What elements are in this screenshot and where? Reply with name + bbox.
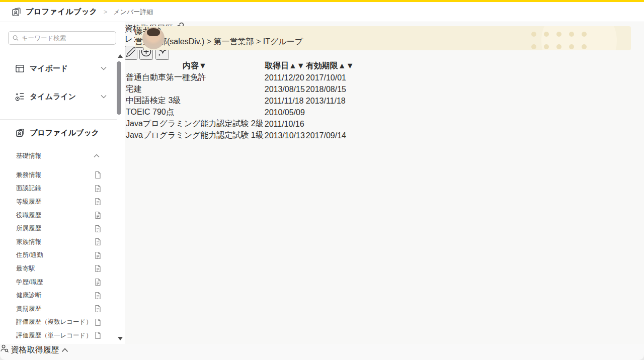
document-lines-icon [94, 278, 102, 286]
sidebar-subitem[interactable]: 賞罰履歴 [0, 302, 117, 316]
sidebar-item-label: マイボード [30, 64, 68, 73]
table-header-row: 内容▼取得日▲▼有効期限▲▼ [126, 61, 354, 71]
sidebar-group-label: 基礎情報 [16, 152, 94, 160]
sidebar-subitem-label: 兼務情報 [16, 171, 94, 179]
table-cell: 中国語検定 3級 [126, 96, 264, 106]
scrollbar-down-arrow[interactable] [118, 337, 123, 340]
document-lines-icon [94, 211, 102, 219]
scrollbar-thumb[interactable] [117, 61, 121, 115]
table-cell: TOEIC 790点 [126, 107, 264, 118]
document-lines-icon [94, 185, 102, 193]
sidebar-subitem[interactable]: 兼務情報 [0, 168, 117, 182]
table-cell: 普通自動車第一種免許 [126, 72, 264, 83]
bottom-bar: 資格取得履歴 [0, 344, 644, 355]
sidebar-divider [0, 119, 117, 120]
sidebar-subitem[interactable]: 家族情報 [0, 235, 117, 249]
table-cell [306, 119, 354, 129]
sidebar-subitem-label: 等級履歴 [16, 198, 94, 206]
sidebar-subitem[interactable]: 住所/通勤 [0, 249, 117, 262]
avatar [142, 27, 165, 49]
sidebar-section-title: プロファイルブック [30, 128, 99, 138]
app-header: プロファイルブック > メンバー詳細 [0, 2, 644, 22]
table-cell: 2011/12/20 [265, 72, 305, 83]
table-cell: 2013/11/18 [306, 96, 354, 106]
table-cell: 2011/10/16 [265, 119, 305, 129]
star-badge-icon: ☆ [142, 49, 165, 50]
board-icon [15, 64, 25, 73]
document-lines-icon [94, 251, 102, 259]
table-cell: 2018/08/15 [306, 84, 354, 95]
sidebar-subitem[interactable]: 健康診断 [0, 289, 117, 302]
table-row[interactable]: TOEIC 790点2010/05/09 [126, 107, 354, 118]
sidebar-subitem[interactable]: 役職履歴 [0, 209, 117, 222]
table-cell: 2013/10/13 [265, 130, 305, 141]
banner-decoration-dots [531, 32, 587, 49]
table-row[interactable]: Javaプログラミング能力認定試験 2級2011/10/16 [126, 119, 354, 129]
sort-icon: ▲▼ [289, 61, 305, 70]
column-header-expires[interactable]: 有効期限▲▼ [306, 61, 354, 71]
column-label: 取得日 [265, 61, 289, 70]
search-icon [13, 35, 19, 41]
scrollbar-up-arrow[interactable] [118, 54, 123, 58]
sidebar: マイボード タイムライン [0, 22, 125, 344]
table-cell: 2017/10/01 [306, 72, 354, 83]
document-lines-icon [94, 225, 102, 233]
sidebar-subitem-label: 所属履歴 [16, 224, 94, 233]
search-input[interactable] [22, 35, 112, 42]
column-label: 内容 [183, 61, 199, 70]
sidebar-subitem-label: 家族情報 [16, 238, 94, 246]
sidebar-subitem-label: 学歴/職歴 [16, 278, 94, 287]
timeline-icon [15, 92, 25, 102]
sidebar-subitem[interactable]: 等級履歴 [0, 195, 117, 209]
sidebar-subitem[interactable]: 面談記録 [0, 182, 117, 196]
sidebar-item-myboard[interactable]: マイボード [0, 59, 117, 77]
search-box[interactable] [8, 31, 116, 45]
bottom-bar-expand-button[interactable] [61, 345, 68, 354]
sidebar-subitem[interactable]: 所属履歴 [0, 222, 117, 235]
sidebar-subitem-label: 最寄駅 [16, 264, 94, 273]
table-row[interactable]: 普通自動車第一種免許2011/12/202017/10/01 [126, 72, 354, 83]
sidebar-section-profilebook[interactable]: プロファイルブック [15, 128, 99, 138]
document-lines-icon [94, 198, 102, 206]
table-cell [306, 107, 354, 118]
main-content: ☆ 藤井 健 営業本部(salesDiv.) > 第一営業部 > ITグループ … [125, 22, 644, 344]
sidebar-subitem-list: 兼務情報 面談記録 等級履歴 役職履歴 所属履歴 家族情報 住所/通勤 最寄駅 … [0, 168, 117, 342]
table-cell: 宅建 [126, 84, 264, 95]
sidebar-subitem-label: 評価履歴（単一レコード） [16, 331, 94, 340]
table-cell: Javaプログラミング能力認定試験 2級 [126, 119, 264, 129]
document-lines-icon [94, 238, 102, 246]
sidebar-subitem[interactable]: 最寄駅 [0, 262, 117, 276]
sidebar-subitem-label: 賞罰履歴 [16, 305, 94, 313]
sidebar-item-label: タイムライン [30, 92, 76, 102]
chevron-up-icon [94, 154, 100, 158]
sidebar-subitem[interactable]: 評価履歴（単一レコード） [0, 329, 117, 342]
app-title: プロファイルブック [26, 7, 98, 17]
sidebar-subitem-label: 評価履歴（複数レコード） [16, 318, 94, 326]
chevron-up-icon [61, 348, 68, 352]
table-row[interactable]: 中国語検定 3級2011/11/182013/11/18 [126, 96, 354, 106]
person-search-icon [0, 344, 9, 352]
app-window: プロファイルブック > メンバー詳細 マイボード [0, 0, 644, 360]
chevron-down-icon [101, 95, 107, 99]
chevron-down-icon [136, 50, 143, 50]
table-cell: 2011/11/18 [265, 96, 305, 106]
table-cell: 2013/08/15 [265, 84, 305, 95]
member-avatar[interactable]: ☆ [142, 27, 165, 49]
breadcrumb-current: メンバー詳細 [113, 8, 153, 17]
document-lines-icon [94, 264, 102, 273]
sidebar-subitem[interactable]: 評価履歴（複数レコード） [0, 316, 117, 329]
column-header-acquired[interactable]: 取得日▲▼ [265, 61, 305, 71]
document-lines-icon [94, 292, 102, 300]
sidebar-subitem-label: 健康診断 [16, 291, 94, 300]
table-row[interactable]: Javaプログラミング能力認定試験 1級2013/10/132017/09/14 [126, 130, 354, 141]
bottom-bar-label: 資格取得履歴 [11, 345, 59, 354]
table-cell: 2010/05/09 [265, 107, 305, 118]
sidebar-group-basic-info[interactable]: 基礎情報 [0, 149, 117, 162]
profile-book-icon [15, 128, 25, 138]
sidebar-subitem[interactable]: 学歴/職歴 [0, 276, 117, 289]
column-header-content[interactable]: 内容▼ [126, 61, 264, 71]
sidebar-item-timeline[interactable]: タイムライン [0, 87, 117, 106]
table-row[interactable]: 宅建2013/08/152018/08/15 [126, 84, 354, 95]
app-body: マイボード タイムライン [0, 22, 644, 344]
sort-icon: ▲▼ [338, 61, 354, 70]
